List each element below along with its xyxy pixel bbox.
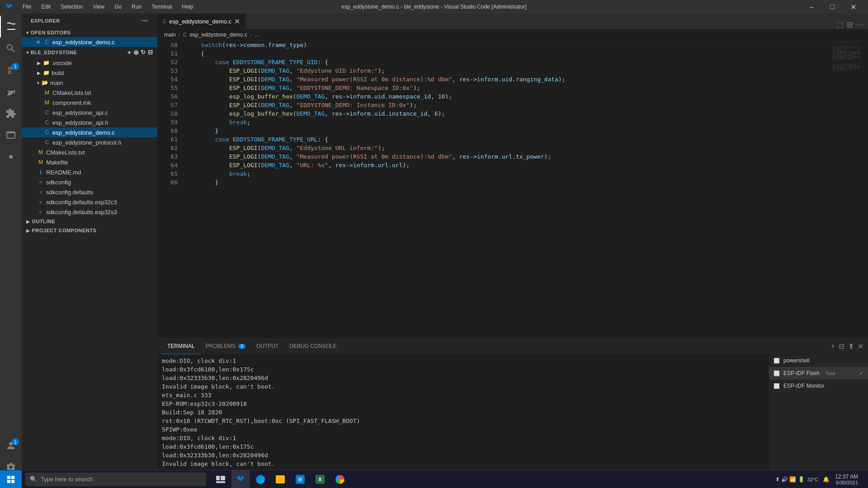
project-components-header[interactable]: ▶ PROJECT COMPONENTS xyxy=(22,226,157,235)
activity-extensions[interactable] xyxy=(0,103,22,124)
project-header[interactable]: ▾ BLE_EDDYSTONE + ⊕ ↻ ⊟ xyxy=(22,47,157,58)
activity-run[interactable] xyxy=(0,81,22,103)
folder-icon: 📁 xyxy=(42,59,50,66)
code-line-51: { xyxy=(187,49,827,58)
minimize-button[interactable]: ‒ xyxy=(801,0,822,14)
terminal-esp-flash[interactable]: ⬜ ESP-IDF Flash Task ✓ xyxy=(769,367,868,380)
config-file-icon: ≡ xyxy=(37,198,44,206)
activity-esp[interactable] xyxy=(0,146,22,168)
tree-sdkconfig[interactable]: ≡ sdkconfig xyxy=(22,177,157,187)
start-button[interactable] xyxy=(0,470,22,488)
terminal-content[interactable]: mode:DIO, clock div:1 load:0x3fcd6100,le… xyxy=(157,354,769,478)
activity-source-control[interactable]: 1 xyxy=(0,59,22,81)
taskbar-edge[interactable] xyxy=(251,470,269,488)
tree-makefile[interactable]: M Makefile xyxy=(22,157,157,167)
tree-item-label: sdkconfig.defaults.esp32c3 xyxy=(46,199,117,206)
tree-cmake-file[interactable]: M CMakeLists.txt xyxy=(22,88,157,98)
terminal-line: rst:0x10 (RTCWDT_RTC_RST),boot:0xc (SPI_… xyxy=(162,417,764,425)
tree-sdkconfig-esp32s3[interactable]: ≡ sdkconfig.defaults.esp32s3 xyxy=(22,207,157,217)
maximize-panel-icon[interactable]: ⬆ xyxy=(848,342,854,351)
project-label: BLE_EDDYSTONE xyxy=(31,50,77,55)
breadcrumb-file[interactable]: esp_eddystone_demo.c xyxy=(190,32,247,38)
tree-demo-c[interactable]: C esp_eddystone_demo.c xyxy=(22,127,157,137)
output-tab-label: OUTPUT xyxy=(256,343,278,349)
split-editor-icon[interactable]: ⊟ xyxy=(847,20,853,29)
taskbar-search[interactable]: 🔍 Type here to search xyxy=(25,473,206,486)
terminal-esp-monitor[interactable]: ⬜ ESP-IDF Monitor xyxy=(769,380,868,392)
tree-sdkconfig-defaults[interactable]: ≡ sdkconfig.defaults xyxy=(22,187,157,197)
open-editors-header[interactable]: ▾ OPEN EDITORS xyxy=(22,28,157,37)
tree-item-label: CMakeLists.txt xyxy=(52,89,91,96)
svg-rect-2 xyxy=(11,476,14,479)
taskbar-explorer[interactable] xyxy=(271,470,289,488)
outline-header[interactable]: ▶ OUTLINE xyxy=(22,217,157,226)
tab-close-icon[interactable]: ✕ xyxy=(234,17,240,26)
menu-selection[interactable]: Selection xyxy=(56,3,87,11)
terminal-powershell[interactable]: ⬜ powershell xyxy=(769,354,868,367)
taskbar-chrome[interactable] xyxy=(331,470,349,488)
taskbar-store[interactable]: ⊞ xyxy=(291,470,309,488)
more-actions-icon[interactable]: ⋯ xyxy=(856,20,863,29)
c-file-icon: C xyxy=(43,109,51,116)
panel-tab-debug-console[interactable]: DEBUG CONSOLE xyxy=(284,338,342,354)
panel-tab-output[interactable]: OUTPUT xyxy=(251,338,284,354)
code-line-62: ESP_LOGI(DEMO_TAG, "Eddystone URL inform… xyxy=(187,144,827,152)
line-64: 64 xyxy=(157,161,178,169)
code-content[interactable]: switch(res->common.frame_type) { case ED… xyxy=(182,41,832,338)
taskbar-vscode[interactable] xyxy=(231,470,250,488)
new-file-icon[interactable]: ⋯ xyxy=(141,17,148,24)
new-folder-btn[interactable]: ⊕ xyxy=(133,49,139,56)
editor-tab-demo[interactable]: C esp_eddystone_demo.c ✕ xyxy=(157,14,245,29)
panel-tab-terminal[interactable]: TERMINAL xyxy=(162,338,200,354)
open-editors-layout-icon[interactable]: ⬚ xyxy=(836,20,843,29)
activity-accounts[interactable]: 1 xyxy=(0,435,22,456)
activity-search[interactable] xyxy=(0,38,22,59)
menu-view[interactable]: View xyxy=(88,3,109,11)
maximize-button[interactable]: □ xyxy=(822,0,843,14)
svg-rect-4 xyxy=(11,480,14,483)
menu-go[interactable]: Go xyxy=(110,3,126,11)
debug-console-tab-label: DEBUG CONSOLE xyxy=(289,343,337,349)
tree-api-h[interactable]: C esp_eddystone_api.h xyxy=(22,117,157,127)
dir-chevron: ▶ xyxy=(37,61,41,66)
open-editor-item[interactable]: ✕ C esp_eddystone_demo.c xyxy=(22,37,157,47)
close-button[interactable]: ✕ xyxy=(843,0,863,14)
activity-explorer[interactable] xyxy=(0,16,22,38)
breadcrumb-symbol[interactable]: … xyxy=(255,32,260,38)
tree-readme[interactable]: ℹ README.md xyxy=(22,167,157,177)
info-icon: ℹ xyxy=(37,169,44,176)
menu-run[interactable]: Run xyxy=(127,3,146,11)
app-icon xyxy=(5,2,14,11)
menu-help[interactable]: Help xyxy=(178,3,198,11)
tree-vscode-folder[interactable]: ▶ 📁 .vscode xyxy=(22,58,157,68)
code-line-65: break; xyxy=(187,169,827,178)
split-terminal-icon[interactable]: ⊟ xyxy=(839,342,844,351)
refresh-btn[interactable]: ↻ xyxy=(141,49,146,56)
tree-api-c[interactable]: C esp_eddystone_api.c xyxy=(22,108,157,117)
menu-file[interactable]: File xyxy=(18,3,36,11)
menu-terminal[interactable]: Terminal xyxy=(147,3,176,11)
svg-point-0 xyxy=(9,155,13,159)
tree-build-folder[interactable]: ▶ 📁 build xyxy=(22,68,157,78)
taskview-btn[interactable] xyxy=(212,470,230,488)
code-line-60: } xyxy=(187,127,827,135)
breadcrumb-main[interactable]: main xyxy=(164,32,176,38)
new-file-btn[interactable]: + xyxy=(127,49,132,56)
tree-component-mk[interactable]: M component.mk xyxy=(22,98,157,108)
terminal-name: ESP-IDF Monitor xyxy=(783,383,825,389)
tree-root-cmake[interactable]: M CMakeLists.txt xyxy=(22,147,157,157)
activity-remote[interactable] xyxy=(0,124,22,146)
menu-edit[interactable]: Edit xyxy=(37,3,55,11)
tree-sdkconfig-esp32c3[interactable]: ≡ sdkconfig.defaults.esp32c3 xyxy=(22,197,157,207)
tree-main-folder[interactable]: ▾ 📂 main xyxy=(22,78,157,88)
breadcrumb-file-icon[interactable]: C xyxy=(183,32,187,38)
taskbar-excel[interactable]: X xyxy=(311,470,329,488)
tree-protocol-h[interactable]: C esp_eddystone_protocol.h xyxy=(22,137,157,147)
tree-item-label: Makefile xyxy=(46,159,68,166)
svg-rect-1 xyxy=(7,476,10,479)
panel-tab-problems[interactable]: PROBLEMS 9 xyxy=(200,338,251,354)
close-icon[interactable]: ✕ xyxy=(34,38,42,46)
new-terminal-icon[interactable]: + xyxy=(831,342,835,350)
close-panel-icon[interactable]: ✕ xyxy=(858,342,863,351)
collapse-btn[interactable]: ⊟ xyxy=(148,49,153,56)
